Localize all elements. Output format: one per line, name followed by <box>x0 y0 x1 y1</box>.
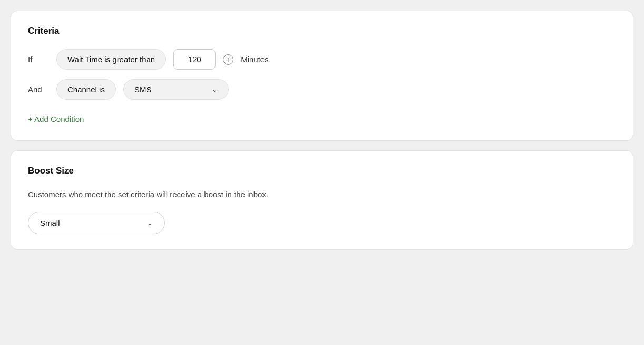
wait-time-condition-button[interactable]: Wait Time is greater than <box>56 49 166 70</box>
boost-size-card: Boost Size Customers who meet the set cr… <box>11 150 633 250</box>
if-label: If <box>28 55 49 64</box>
criteria-title: Criteria <box>28 26 616 36</box>
minutes-label: Minutes <box>241 55 269 64</box>
boost-size-dropdown-value: Small <box>40 218 60 227</box>
wait-time-input[interactable] <box>173 49 216 70</box>
criteria-row-1: If Wait Time is greater than i Minutes <box>28 49 616 70</box>
channel-condition-button[interactable]: Channel is <box>56 79 116 100</box>
chevron-down-icon: ⌄ <box>212 85 218 93</box>
criteria-row-2: And Channel is SMS ⌄ <box>28 79 616 100</box>
and-label: And <box>28 85 49 94</box>
criteria-card: Criteria If Wait Time is greater than i … <box>11 11 633 141</box>
channel-dropdown[interactable]: SMS ⌄ <box>123 79 229 100</box>
chevron-down-icon: ⌄ <box>147 219 153 227</box>
boost-size-description: Customers who meet the set criteria will… <box>28 189 616 201</box>
boost-size-title: Boost Size <box>28 166 616 176</box>
boost-size-dropdown[interactable]: Small ⌄ <box>28 212 165 234</box>
channel-dropdown-value: SMS <box>134 85 152 94</box>
add-condition-button[interactable]: + Add Condition <box>28 112 84 126</box>
info-icon: i <box>223 54 233 65</box>
